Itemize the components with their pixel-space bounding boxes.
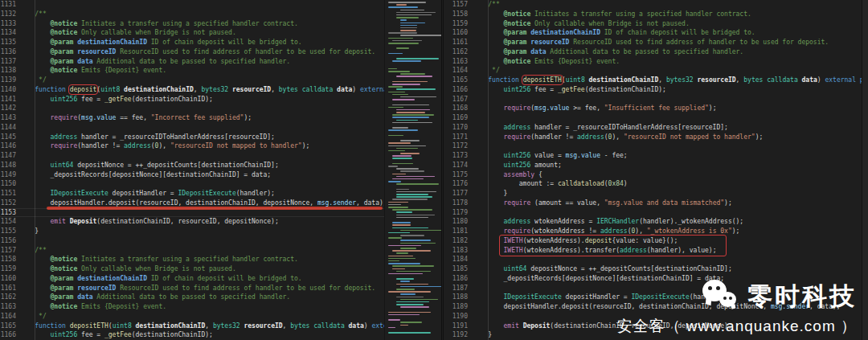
code-line[interactable]: require(msg.value == fee, "Incorrect fee… [19,113,384,123]
line-number: 1165 [444,76,468,85]
code-line[interactable] [19,151,384,161]
line-number: 1148 [0,161,16,170]
code-line[interactable]: @notice Initiates a transfer using a spe… [19,19,384,29]
code-line[interactable] [19,104,384,113]
line-number: 1139 [0,76,16,85]
code-line[interactable]: address handler = _resourceIDToHandlerAd… [473,123,862,133]
line-number: 1158 [444,10,468,19]
code-line[interactable]: @param destinationChainID ID of chain de… [19,38,384,47]
code-line[interactable]: } [19,227,384,236]
line-number: 1166 [444,85,468,95]
code-line[interactable]: function depositETH(uint8 destinationCha… [19,322,384,331]
line-number: 1146 [0,141,16,151]
line-number: 1151 [0,189,16,199]
code-line[interactable]: assembly { [473,170,862,180]
code-line[interactable]: require(handler != address(0), "resource… [473,133,862,142]
code-line[interactable]: @notice Initiates a transfer using a spe… [473,10,862,19]
minimap[interactable] [384,0,442,340]
code-line[interactable]: */ [19,312,384,322]
code-line[interactable] [473,141,862,151]
code-line[interactable]: require (amount == value, "msg.value and… [473,199,862,208]
code-line[interactable]: amount := calldataload(0x84) [473,179,862,189]
line-number: 1161 [0,284,16,293]
code-line[interactable]: @param data Additional data to be passed… [473,47,862,57]
code-line[interactable]: @notice Only callable when Bridge is not… [19,28,384,38]
code-line[interactable]: */ [473,66,862,76]
code-line[interactable]: /** [473,0,862,10]
code-line[interactable]: uint256 fee = _getFee(destinationChainID… [19,330,384,340]
line-number: 1184 [444,255,468,264]
code-line[interactable]: IDepositExecute depositHandler = IDeposi… [19,189,384,199]
code-line[interactable]: IWETH(wtokenAddress).transfer(address(ha… [473,246,862,256]
code-line[interactable]: @param resourceID ResourceID used to fin… [19,284,384,293]
code-line[interactable]: @notice Only callable when Bridge is not… [19,264,384,274]
code-line[interactable]: depositHandler.deposit(resourceID, desti… [19,199,384,208]
line-number: 1191 [444,322,468,331]
code-line[interactable]: require(msg.value >= fee, "Insufficient … [473,104,862,113]
code-line[interactable]: @notice Only callable when Bridge is not… [473,19,862,29]
line-number: 1176 [444,179,468,189]
code-line[interactable]: @notice Emits {Deposit} event. [473,57,862,67]
code-line[interactable]: @param resourceID ResourceID used to fin… [19,47,384,57]
line-number: 1159 [444,19,468,29]
code-line[interactable]: @param destinationChainID ID of chain de… [19,274,384,284]
code-line[interactable] [19,179,384,189]
code-line[interactable]: require(handler != address(0), "resource… [19,141,384,151]
code-line[interactable] [19,0,384,10]
code-line[interactable] [473,113,862,123]
code-line[interactable]: _depositRecords[depositNonce][destinatio… [19,170,384,180]
code-area-left[interactable]: /** @notice Initiates a transfer using a… [19,0,384,340]
code-line[interactable]: IWETH(wtokenAddress).deposit{value: valu… [473,236,862,246]
line-number: 1173 [444,151,468,161]
line-number: 1149 [0,170,16,180]
code-line[interactable] [473,255,862,264]
line-number: 1164 [0,312,16,322]
code-line[interactable]: */ [19,76,384,85]
code-line[interactable]: address handler = _resourceIDToHandlerAd… [19,133,384,142]
line-number: 1171 [444,133,468,142]
code-line[interactable] [19,236,384,246]
code-line[interactable]: @param destinationChainID ID of chain de… [473,28,862,38]
annotation-word-box: deposit [70,86,97,93]
code-line[interactable]: function depositETH(uint8 destinationCha… [473,76,862,85]
line-number: 1150 [0,179,16,189]
code-line[interactable] [19,123,384,133]
code-line[interactable]: @param data Additional data to be passed… [19,57,384,67]
code-line[interactable]: @notice Emits {Deposit} event. [19,66,384,76]
right-minimap-edge[interactable] [862,0,868,340]
line-number: 1192 [444,330,468,340]
line-number: 1161 [444,38,468,47]
code-line[interactable]: emit Deposit(destinationChainID, resourc… [19,217,384,227]
code-line[interactable]: require(wtokenAddress != address(0), "_w… [473,227,862,236]
code-line[interactable]: /** [19,246,384,256]
code-line[interactable]: @notice Initiates a transfer using a spe… [19,255,384,264]
line-number: 1178 [444,199,468,208]
code-line[interactable] [19,208,384,218]
code-line[interactable] [473,95,862,104]
editor-pane-left[interactable]: 1131113211331134113511361137113811391140… [0,0,384,340]
code-line[interactable]: @param data Additional data to be passed… [19,293,384,302]
line-number: 1172 [444,141,468,151]
code-line[interactable]: /** [19,10,384,19]
code-line[interactable]: address wtokenAddress = IERCHandler(hand… [473,217,862,227]
gutter-left: 1131113211331134113511361137113811391140… [0,0,16,340]
line-number: 1157 [0,246,16,256]
line-number: 1162 [444,47,468,57]
line-number: 1164 [444,66,468,76]
code-line[interactable]: uint64 depositNonce = ++_depositCounts[d… [473,264,862,274]
code-line[interactable]: function deposit(uint8 destinationChainI… [19,85,384,95]
code-line[interactable]: @param resourceID ResourceID used to fin… [473,38,862,47]
code-line[interactable] [473,208,862,218]
code-line[interactable]: uint256 fee = _getFee(destinationChainID… [473,85,862,95]
wechat-icon [702,278,739,313]
watermark-brand: 零时科技 [747,284,857,309]
line-number: 1153 [0,208,16,218]
code-line[interactable]: } [473,189,862,199]
code-line[interactable]: @notice Emits {Deposit} event. [19,302,384,312]
line-number: 1167 [444,95,468,104]
code-line[interactable]: uint256 value = msg.value - fee; [473,151,862,161]
code-line[interactable]: uint256 amount; [473,161,862,170]
code-line[interactable]: uint64 depositNonce = ++_depositCounts[d… [19,161,384,170]
code-line[interactable]: uint256 fee = _getFee(destinationChainID… [19,95,384,104]
line-number: 1163 [444,57,468,67]
